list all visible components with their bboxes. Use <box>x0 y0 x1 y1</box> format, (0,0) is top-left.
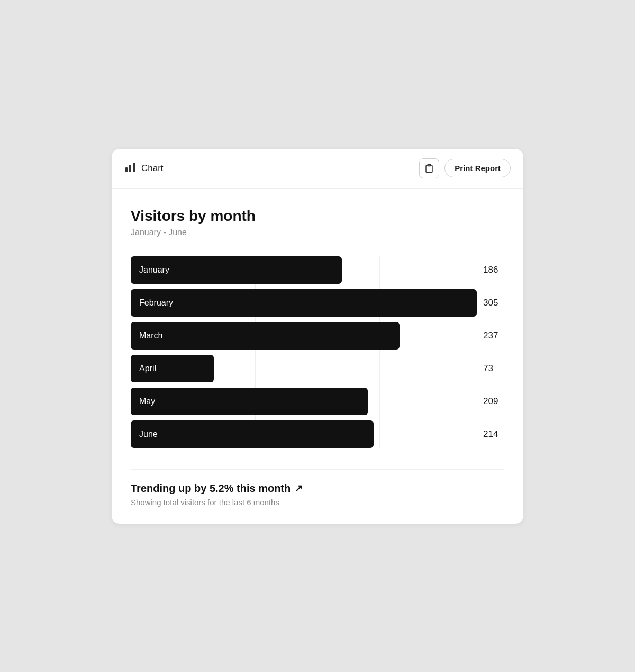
header-right: Print Report <box>419 158 511 178</box>
bar-container: March <box>131 322 477 350</box>
bar-value: 209 <box>483 396 504 407</box>
bar-container: February <box>131 289 477 317</box>
bar-april: April <box>131 355 214 382</box>
header-left: Chart <box>124 162 164 175</box>
header-title: Chart <box>141 163 164 174</box>
bar-container: June <box>131 420 477 448</box>
bar-january: January <box>131 256 342 284</box>
trending-subtitle: Showing total visitors for the last 6 mo… <box>131 498 504 507</box>
grid-lines <box>131 256 504 448</box>
bar-value: 186 <box>483 265 504 275</box>
bar-label: April <box>139 364 156 373</box>
card-header: Chart Print Report <box>112 149 523 189</box>
bar-value: 214 <box>483 429 504 440</box>
bar-value: 305 <box>483 298 504 308</box>
bar-container: May <box>131 388 477 415</box>
bar-container: January <box>131 256 477 284</box>
bar-container: April <box>131 355 477 382</box>
bar-february: February <box>131 289 477 317</box>
bar-label: June <box>139 429 158 439</box>
svg-rect-0 <box>125 167 128 172</box>
bar-value: 73 <box>483 363 504 374</box>
bar-chart-icon <box>124 162 136 175</box>
bar-row: January186 <box>131 256 504 284</box>
svg-rect-2 <box>133 163 135 172</box>
bar-row: May209 <box>131 388 504 415</box>
chart-subtitle: January - June <box>131 228 504 237</box>
bar-may: May <box>131 388 368 415</box>
grid-line-3 <box>379 256 380 448</box>
bar-label: May <box>139 397 155 406</box>
svg-rect-1 <box>129 165 131 172</box>
chart-card: Chart Print Report Visitors by month Jan… <box>111 148 524 524</box>
bar-row: April73 <box>131 355 504 382</box>
bar-row: March237 <box>131 322 504 350</box>
bar-label: March <box>139 331 162 341</box>
bar-value: 237 <box>483 330 504 341</box>
card-body: Visitors by month January - June January… <box>112 189 523 524</box>
bar-chart: January186February305March237April73May2… <box>131 256 504 448</box>
trending-text: Trending up by 5.2% this month <box>131 482 291 495</box>
bar-label: February <box>139 298 173 308</box>
chart-footer: Trending up by 5.2% this month ↗ Showing… <box>131 469 504 507</box>
bar-row: June214 <box>131 420 504 448</box>
grid-line-4 <box>504 256 504 448</box>
grid-line-1 <box>131 256 131 448</box>
trending-title: Trending up by 5.2% this month ↗ <box>131 482 504 495</box>
chart-title: Visitors by month <box>131 208 504 225</box>
grid-line-2 <box>255 256 256 448</box>
clipboard-button[interactable] <box>419 158 439 178</box>
trending-up-icon: ↗ <box>295 482 303 494</box>
bar-march: March <box>131 322 400 350</box>
bar-label: January <box>139 265 169 275</box>
bar-june: June <box>131 420 374 448</box>
print-report-button[interactable]: Print Report <box>444 159 511 177</box>
bar-row: February305 <box>131 289 504 317</box>
